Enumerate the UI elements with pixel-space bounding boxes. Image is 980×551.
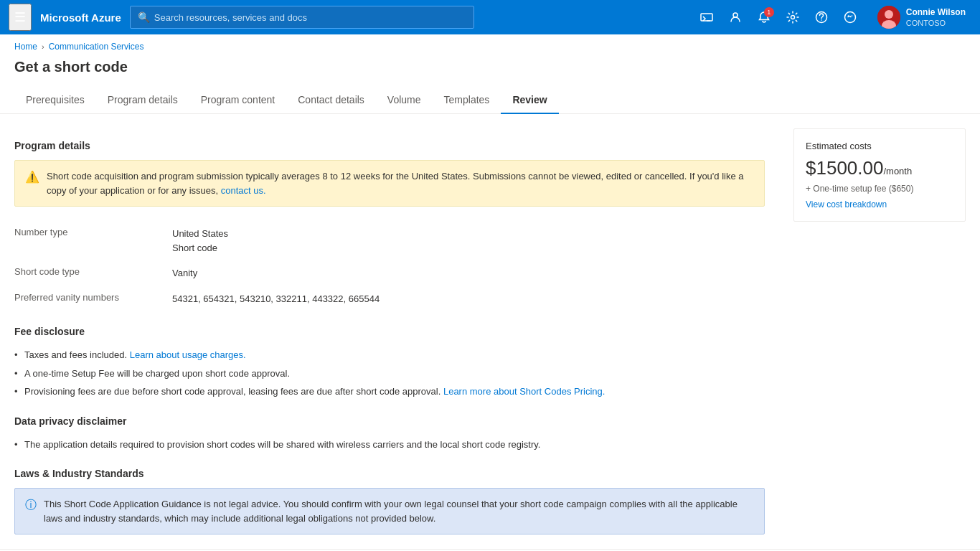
azure-logo: Microsoft Azure (40, 11, 121, 24)
fee-item-3: Provisioning fees are due before short c… (14, 382, 765, 401)
breadcrumb: Home › Communication Services (0, 34, 980, 56)
sidebar: Estimated costs $1500.00/month + One-tim… (793, 128, 966, 549)
data-privacy-heading: Data privacy disclaimer (14, 415, 765, 427)
tab-bar: Prerequisites Program details Program co… (0, 87, 980, 114)
number-type-row: Number type United StatesShort code (14, 221, 765, 260)
program-details-heading: Program details (14, 140, 765, 151)
laws-info-text: This Short Code Application Guidance is … (44, 497, 754, 525)
page-content: Home › Communication Services Get a shor… (0, 34, 980, 549)
settings-button[interactable] (780, 4, 806, 30)
content-layout: Program details ⚠️ Short code acquisitio… (0, 114, 980, 549)
svg-point-8 (851, 15, 852, 17)
user-org: CONTOSO (906, 19, 966, 27)
tab-program-details[interactable]: Program details (96, 87, 189, 114)
tab-prerequisites[interactable]: Prerequisites (14, 87, 96, 114)
feedback-button[interactable] (837, 4, 863, 30)
data-privacy-item-1: The application details required to prov… (14, 435, 765, 454)
help-button[interactable] (809, 4, 834, 30)
cost-price-row: $1500.00/month (806, 157, 953, 179)
laws-section: Laws & Industry Standards ⓘ This Short C… (14, 468, 765, 534)
laws-info-box: ⓘ This Short Code Application Guidance i… (14, 488, 765, 534)
short-code-type-value: Vanity (172, 266, 197, 281)
usage-charges-link[interactable]: Learn about usage charges. (130, 349, 246, 360)
breadcrumb-home[interactable]: Home (14, 42, 37, 52)
main-content: Program details ⚠️ Short code acquisitio… (14, 128, 793, 549)
fee-item-2: A one-time Setup Fee will be charged upo… (14, 364, 765, 383)
breadcrumb-sep-1: › (42, 42, 44, 51)
contact-us-link[interactable]: contact us. (221, 185, 266, 196)
data-privacy-section: Data privacy disclaimer The application … (14, 415, 765, 454)
fee-disclosure-list: Taxes and fees included. Learn about usa… (14, 346, 765, 401)
user-info: Connie Wilson CONTOSO (906, 7, 966, 27)
cost-period: /month (883, 166, 912, 176)
notifications-button[interactable]: 1 (751, 4, 777, 30)
directory-button[interactable] (722, 4, 748, 30)
estimated-costs-title: Estimated costs (806, 141, 953, 151)
cloud-shell-button[interactable] (694, 4, 720, 30)
svg-point-2 (733, 13, 738, 17)
view-cost-breakdown-link[interactable]: View cost breakdown (806, 199, 953, 209)
top-navigation: ☰ Microsoft Azure 🔍 1 Connie Wilson (0, 0, 980, 34)
svg-point-5 (821, 19, 822, 21)
page-title: Get a short code (0, 56, 980, 87)
user-profile-button[interactable]: Connie Wilson CONTOSO (872, 0, 971, 34)
svg-rect-0 (701, 14, 712, 21)
svg-point-3 (791, 16, 794, 19)
warning-icon: ⚠️ (25, 170, 39, 184)
cost-setup-fee: + One-time setup fee ($650) (806, 184, 953, 194)
svg-point-10 (885, 10, 893, 19)
notification-count: 1 (764, 7, 774, 17)
tab-program-content[interactable]: Program content (189, 87, 287, 114)
fee-disclosure-heading: Fee disclosure (14, 326, 765, 337)
warning-text: Short code acquisition and program submi… (47, 169, 754, 197)
svg-point-6 (844, 12, 855, 23)
laws-heading: Laws & Industry Standards (14, 468, 765, 479)
number-type-label: Number type (14, 227, 172, 237)
avatar (877, 6, 900, 29)
user-name: Connie Wilson (906, 7, 966, 19)
tab-templates[interactable]: Templates (433, 87, 501, 114)
search-icon: 🔍 (138, 11, 150, 23)
vanity-numbers-value: 54321, 654321, 543210, 332211, 443322, 6… (172, 292, 380, 306)
data-privacy-list: The application details required to prov… (14, 435, 765, 454)
short-codes-pricing-link[interactable]: Learn more about Short Codes Pricing. (443, 386, 605, 397)
tab-review[interactable]: Review (501, 87, 558, 114)
topnav-icon-group: 1 (694, 4, 863, 30)
warning-alert: ⚠️ Short code acquisition and program su… (14, 160, 765, 207)
short-code-type-label: Short code type (14, 266, 172, 277)
short-code-type-row: Short code type Vanity (14, 260, 765, 286)
tab-volume[interactable]: Volume (376, 87, 433, 114)
fee-item-1: Taxes and fees included. Learn about usa… (14, 346, 765, 364)
vanity-numbers-label: Preferred vanity numbers (14, 292, 172, 303)
hamburger-menu-button[interactable]: ☰ (9, 4, 32, 31)
vanity-numbers-row: Preferred vanity numbers 54321, 654321, … (14, 286, 765, 312)
search-input[interactable] (154, 12, 466, 23)
svg-point-7 (847, 15, 849, 17)
estimated-costs-card: Estimated costs $1500.00/month + One-tim… (793, 128, 966, 222)
search-bar[interactable]: 🔍 (130, 6, 474, 29)
info-icon: ⓘ (25, 498, 37, 513)
cost-price: $1500.00 (806, 157, 883, 179)
program-details-section: Program details ⚠️ Short code acquisitio… (14, 140, 765, 311)
page-container: Home › Communication Services Get a shor… (0, 34, 980, 551)
number-type-value: United StatesShort code (172, 227, 228, 255)
fee-disclosure-section: Fee disclosure Taxes and fees included. … (14, 326, 765, 401)
breadcrumb-communication-services[interactable]: Communication Services (49, 42, 144, 52)
tab-contact-details[interactable]: Contact details (286, 87, 376, 114)
